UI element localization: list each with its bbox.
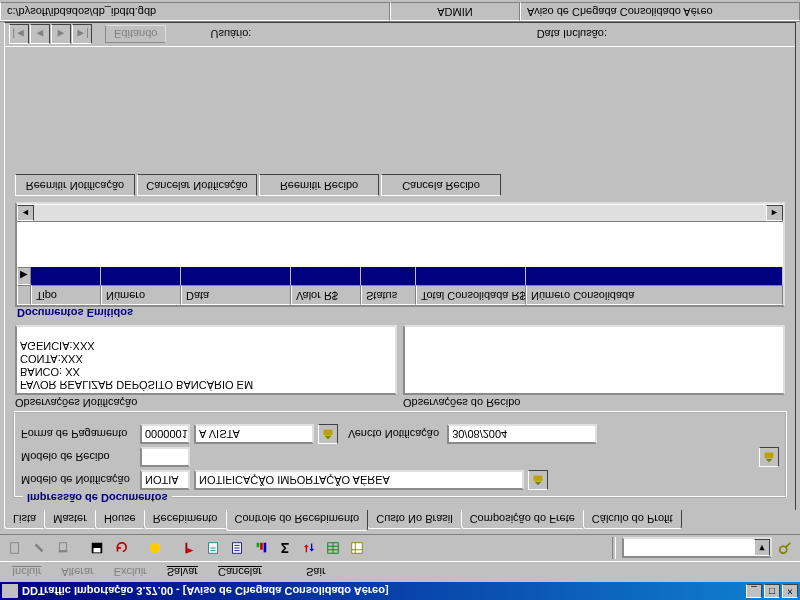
close-button[interactable]: × (782, 584, 798, 598)
status-context: Aviso de Chegada Consolidado Aéreo (520, 2, 800, 21)
col-total-consolidada[interactable]: Total Consolidada R$ (416, 285, 526, 305)
svg-rect-26 (534, 476, 543, 481)
titlebar: DDTraffic Importação 3.27.00 - [Aviso de… (0, 582, 800, 600)
tab-recebimento[interactable]: Recebimento (144, 510, 227, 529)
col-numero[interactable]: Número (101, 285, 181, 305)
tool-grid-icon[interactable] (322, 537, 344, 559)
menu-cancelar[interactable]: Cancelar (210, 564, 270, 580)
lbl-modelo-recibo: Modelo de Recibo (21, 451, 136, 463)
lbl-vencto: Vencto Notificação (348, 428, 443, 440)
modelo-notificacao-code[interactable]: NOTIA (140, 470, 190, 490)
tool-sheet-icon[interactable] (346, 537, 368, 559)
obs-notificacao-group: Observações Notificação FAVOR REALIZAR D… (15, 325, 397, 409)
nav-state: Editando (105, 26, 166, 44)
lbl-forma-pagamento: Forma de Pagamento (21, 428, 136, 440)
menubar: Incluir Alterar Excluir Salvar Cancelar … (0, 562, 800, 582)
tool-sort-icon[interactable] (298, 537, 320, 559)
tab-composicao-frete[interactable]: Composição do Frete (461, 510, 584, 529)
vencto-notificacao-field[interactable]: 30/08/2004 (447, 424, 597, 444)
tool-doc1-icon[interactable] (202, 537, 224, 559)
col-numero-consolidada[interactable]: Número Consolidada (526, 285, 783, 305)
tabs: Lista Master House Recebimento Controle … (0, 510, 800, 534)
col-status[interactable]: Status (361, 285, 416, 305)
forma-pagamento-desc: A VISTA (194, 424, 314, 444)
svg-rect-1 (60, 543, 67, 551)
tool-delete-icon[interactable] (52, 537, 74, 559)
tool-undo-icon[interactable] (110, 537, 132, 559)
nav-data-inclusao-label: Data Inclusão: (533, 27, 611, 43)
minimize-button[interactable]: _ (746, 584, 762, 598)
menu-incluir: Incluir (4, 564, 49, 580)
documentos-grid[interactable]: Tipo Número Data Valor R$ Status Total C… (15, 202, 785, 307)
reemitir-notificacao-button[interactable]: Reemitir Notificação (15, 174, 135, 196)
panel-title: Impressão de Documentos (23, 492, 172, 504)
svg-rect-4 (94, 548, 101, 552)
svg-point-5 (150, 543, 161, 554)
modelo-recibo-code[interactable] (140, 447, 190, 467)
tool-chart-icon[interactable] (250, 537, 272, 559)
status-path: c:/bysoft/ibdados/db_ibdtd.gdb (0, 2, 390, 21)
documentos-emitidos-title: Documentos Emitidos (7, 307, 793, 323)
svg-rect-14 (257, 543, 260, 547)
tab-master[interactable]: Master (44, 510, 96, 529)
tab-lista[interactable]: Lista (4, 510, 45, 529)
reemitir-recibo-button[interactable]: Reemitir Recibo (259, 174, 379, 196)
modelo-recibo-lookup-button[interactable] (759, 447, 779, 467)
tool-new-icon[interactable] (4, 537, 26, 559)
menu-salvar[interactable]: Salvar (159, 564, 206, 580)
tool-sigma-icon[interactable]: Σ (274, 537, 296, 559)
col-valor[interactable]: Valor R$ (291, 285, 361, 305)
tool-edit-icon[interactable] (28, 537, 50, 559)
nav-next-icon[interactable]: ► (51, 25, 71, 45)
forma-pagamento-lookup-button[interactable] (318, 424, 338, 444)
menu-excluir: Excluir (106, 564, 155, 580)
svg-rect-15 (260, 543, 263, 550)
col-data[interactable]: Data (181, 285, 291, 305)
tab-controle-recebimento[interactable]: Controle do Recebimento (226, 510, 369, 531)
obs-notificacao-textarea[interactable]: FAVOR REALIZAR DEPÓSITO BANCÁRIO EM BANC… (15, 325, 397, 395)
toolbar-combo[interactable]: ▼ (622, 538, 772, 559)
grid-scrollbar[interactable]: ◄ ► (17, 205, 783, 222)
tool-doc2-icon[interactable] (226, 537, 248, 559)
lbl-obs-notificacao: Observações Notificação (15, 397, 397, 409)
menu-sair[interactable]: Sair (298, 564, 334, 580)
nav-prev-icon[interactable]: ◄ (30, 25, 50, 45)
svg-point-24 (780, 546, 787, 553)
svg-rect-6 (186, 543, 188, 554)
cancelar-notificacao-button[interactable]: Cancelar Notificação (137, 174, 257, 196)
grid-corner (17, 285, 31, 305)
table-row[interactable]: ▶ (17, 267, 783, 285)
scroll-left-icon[interactable]: ◄ (17, 205, 34, 221)
modelo-notificacao-lookup-button[interactable] (528, 470, 548, 490)
nav-last-icon[interactable]: ►| (72, 25, 92, 45)
app-icon (2, 584, 18, 598)
svg-rect-21 (352, 543, 363, 554)
tab-house[interactable]: House (95, 510, 145, 529)
svg-rect-2 (59, 551, 68, 553)
record-navigator: |◄ ◄ ► ►| Editando Usuário: Data Inclusã… (5, 23, 795, 47)
tool-search-icon[interactable] (774, 537, 796, 559)
col-tipo[interactable]: Tipo (31, 285, 101, 305)
chevron-down-icon[interactable]: ▼ (754, 540, 770, 557)
tab-custo-brasil[interactable]: Custo No Brasil (367, 510, 461, 529)
lbl-modelo-notificacao: Modelo de Notificação (21, 474, 136, 486)
tool-flag-icon[interactable] (178, 537, 200, 559)
nav-first-icon[interactable]: |◄ (9, 25, 29, 45)
window-title: DDTraffic Importação 3.27.00 - [Aviso de… (22, 585, 746, 597)
svg-rect-27 (765, 453, 774, 458)
status-user: ADMIN (390, 2, 520, 21)
tab-calculo-profit[interactable]: Cálculo do Profit (583, 510, 682, 529)
obs-recibo-textarea[interactable] (403, 325, 785, 395)
nav-usuario-label: Usuário: (206, 27, 255, 43)
lbl-obs-recibo: Observações do Recibo (403, 397, 785, 409)
forma-pagamento-code[interactable]: 0000001 (140, 424, 190, 444)
maximize-button[interactable]: □ (764, 584, 780, 598)
svg-rect-16 (264, 543, 267, 553)
tool-yellow-icon[interactable] (144, 537, 166, 559)
toolbar: Σ ▼ (0, 534, 800, 562)
menu-alterar: Alterar (53, 564, 101, 580)
cancela-recibo-button[interactable]: Cancela Recibo (381, 174, 501, 196)
tool-save-icon[interactable] (86, 537, 108, 559)
svg-line-25 (786, 543, 790, 547)
scroll-right-icon[interactable]: ► (766, 205, 783, 221)
